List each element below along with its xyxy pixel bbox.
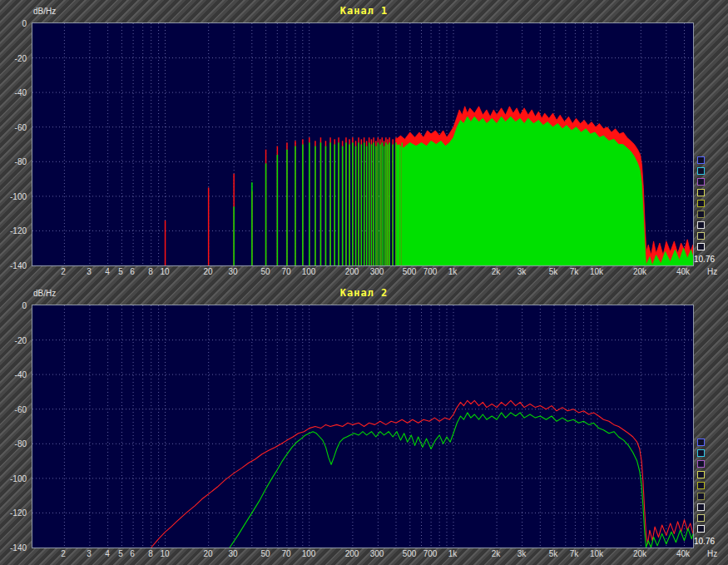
x-tick-label: 300 [370,549,384,558]
y-tick-label: -60 [15,405,27,414]
x-tick-label: 2k [492,267,501,276]
x-tick-label: 2 [61,549,66,558]
overlay-slot-swatch[interactable] [697,482,705,489]
readout-value: 10.76 [694,255,715,264]
overlay-slot-swatch[interactable] [697,514,705,522]
x-tick-label: 700 [423,549,438,558]
x-tick-label: 3 [87,267,92,276]
y-tick-label: -140 [10,543,27,553]
x-axis-unit-label: Hz [707,549,717,558]
y-tick-label: -80 [15,157,27,166]
x-tick-label: 3k [518,267,527,276]
x-tick-label: 5k [549,549,558,558]
x-tick-label: 700 [423,267,438,276]
x-tick-label: 50 [260,549,270,558]
x-tick-label: 50 [260,267,270,276]
y-tick-label: -40 [15,370,27,379]
channel-2-panel: Канал 2 dB/Hz 0-20-40-60-80-100-120-140 … [2,284,726,563]
overlay-slot-swatch[interactable] [697,189,705,196]
x-tick-label: 10 [160,549,169,558]
spectrum-analyzer-window: Канал 1 dB/Hz 0-20-40-60-80-100-120-140 … [0,0,728,565]
y-tick-label: -100 [10,474,27,483]
x-tick-label: 20k [633,549,646,558]
channel-1-panel: Канал 1 dB/Hz 0-20-40-60-80-100-120-140 … [2,2,726,281]
spectrum-plot-channel-1[interactable] [32,22,694,266]
y-tick-label: -20 [15,336,27,345]
x-tick-label: 5k [549,267,558,276]
y-tick-label: -80 [15,439,27,449]
overlay-slot-swatch[interactable] [697,156,705,164]
x-tick-label: 2 [61,267,66,276]
overlay-slot-swatch[interactable] [697,211,705,218]
x-tick-label: 30 [228,267,237,276]
y-axis-labels: 0-20-40-60-80-100-120-140 [2,305,28,548]
spectrum-plot-channel-2[interactable] [32,305,694,548]
x-tick-label: 10k [590,267,603,276]
x-tick-label: 1k [448,267,458,276]
x-tick-label: 2k [492,549,501,558]
x-tick-label: 20 [203,549,212,558]
x-tick-label: 7k [570,267,579,276]
panel-title: Канал 2 [2,287,726,299]
x-tick-label: 500 [403,267,417,276]
overlay-slot-swatch[interactable] [697,525,705,533]
x-tick-label: 500 [403,549,417,558]
overlay-slot-swatch[interactable] [697,221,705,229]
overlay-slot-swatch[interactable] [697,493,705,500]
x-tick-label: 100 [302,549,316,558]
readout-value: 10.76 [694,537,715,546]
overlay-slot-swatch[interactable] [697,178,705,186]
y-tick-label: -120 [10,508,27,518]
x-tick-label: 6 [130,549,135,558]
x-tick-label: 3 [87,549,92,558]
overlay-legend [697,439,707,536]
x-tick-label: 70 [281,267,290,276]
overlay-slot-swatch[interactable] [697,232,705,240]
y-tick-label: -20 [15,54,27,63]
x-tick-label: 200 [345,267,359,276]
x-tick-label: 4 [105,549,110,558]
x-tick-label: 8 [148,267,153,276]
x-tick-label: 30 [228,549,237,558]
x-tick-label: 10 [160,267,169,276]
overlay-slot-swatch[interactable] [697,439,705,446]
x-tick-label: 100 [302,267,316,276]
x-axis-labels: 23456810203050701002003005007001k2k3k5k7… [32,267,726,279]
x-tick-label: 4 [105,267,110,276]
x-tick-label: 20k [633,267,646,276]
y-axis-unit-label: dB/Hz [33,7,56,16]
y-tick-label: -60 [15,123,27,132]
y-axis-unit-label: dB/Hz [33,289,56,298]
overlay-slot-swatch[interactable] [697,243,705,250]
y-axis-labels: 0-20-40-60-80-100-120-140 [2,23,28,265]
overlay-legend [697,156,707,254]
overlay-slot-swatch[interactable] [697,200,705,207]
overlay-slot-swatch[interactable] [697,503,705,511]
x-tick-label: 1k [448,549,458,558]
x-axis-labels: 23456810203050701002003005007001k2k3k5k7… [32,549,726,561]
x-tick-label: 3k [518,549,527,558]
y-tick-label: -40 [15,88,27,97]
overlay-slot-swatch[interactable] [697,471,705,478]
x-tick-label: 40k [676,549,690,558]
x-tick-label: 10k [590,549,603,558]
x-tick-label: 70 [281,549,290,558]
x-tick-label: 7k [570,549,579,558]
overlay-slot-swatch[interactable] [697,167,705,175]
overlay-slot-swatch[interactable] [697,449,705,457]
x-tick-label: 5 [118,267,123,276]
x-tick-label: 8 [148,549,153,558]
x-tick-label: 5 [118,549,123,558]
x-tick-label: 40k [676,267,690,276]
y-tick-label: -100 [10,192,27,201]
panel-title: Канал 1 [2,5,726,17]
y-tick-label: 0 [22,19,27,28]
overlay-slot-swatch[interactable] [697,460,705,468]
x-tick-label: 6 [130,267,135,276]
y-tick-label: -120 [10,226,27,235]
y-tick-label: 0 [22,301,27,310]
x-tick-label: 20 [203,267,212,276]
x-tick-label: 200 [345,549,359,558]
x-axis-unit-label: Hz [707,267,717,276]
y-tick-label: -140 [10,261,27,270]
